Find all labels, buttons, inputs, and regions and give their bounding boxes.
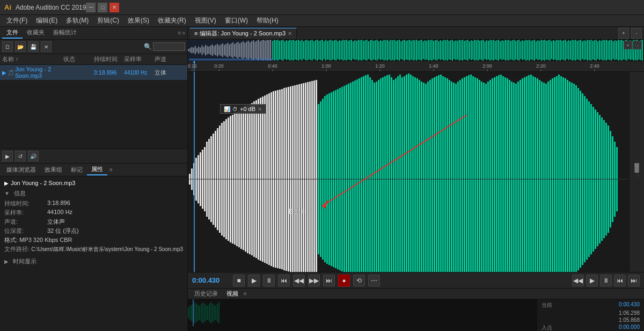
tab-history[interactable]: 历史记录 (190, 289, 222, 299)
menu-effects[interactable]: 效果(S) (123, 15, 153, 26)
waveform-overview[interactable]: + - (188, 40, 644, 61)
stop-button[interactable]: ■ (233, 275, 245, 286)
svg-rect-252 (618, 40, 619, 61)
props-menu-icon[interactable]: ≡ (109, 167, 113, 173)
minimize-button[interactable]: ─ (86, 3, 96, 12)
svg-rect-210 (546, 41, 547, 60)
skip-fwd-button[interactable]: ⏭ (323, 275, 335, 286)
overview-zoom-in[interactable]: + (624, 41, 632, 49)
loop-button[interactable]: ⟲ (353, 275, 365, 286)
search-box: 🔍 (144, 42, 185, 51)
panel-expand-icon[interactable]: » (182, 30, 185, 36)
maximize-button[interactable]: □ (98, 3, 107, 12)
svg-rect-150 (443, 40, 444, 61)
tab-video[interactable]: 视频 (222, 289, 243, 299)
bit-depth-row: 位深度: 32 位 (浮点) (4, 227, 183, 235)
tab-close-icon[interactable]: ✕ (288, 31, 292, 36)
editor-tab-main[interactable]: ≡ 编辑器: Jon Young - 2 Soon.mp3 ✕ (190, 28, 297, 39)
svg-rect-457 (541, 82, 543, 272)
svg-rect-224 (570, 41, 571, 60)
save-file-button[interactable]: 💾 (28, 41, 39, 52)
tab-file[interactable]: 文件 (2, 27, 23, 39)
waveform-canvas[interactable]: 📊 ⏱ +0 dB ✕ Ed = (188, 72, 629, 272)
play-button[interactable]: ▶ (248, 275, 260, 286)
svg-rect-428 (479, 80, 480, 272)
timeline-bottom[interactable] (188, 299, 537, 331)
menu-help[interactable]: 帮助(H) (252, 15, 283, 26)
menu-clip[interactable]: 剪辑(C) (93, 15, 123, 26)
sample-rate-row: 采样率: 44100 Hz (4, 209, 183, 217)
svg-rect-203 (534, 40, 535, 61)
zoom-out-button[interactable]: - (631, 28, 642, 39)
arrow-icon: ▶ (4, 180, 9, 186)
svg-rect-387 (391, 77, 392, 272)
svg-rect-422 (466, 76, 467, 272)
path-row: 文件路径: C:\Users\陈晖.\Music\虾米音乐\system\Jon… (4, 245, 183, 253)
info-section-title[interactable]: ▼ 信息 (4, 189, 183, 197)
loop-preview-button[interactable]: ↺ (15, 151, 26, 161)
svg-rect-57 (284, 41, 286, 59)
pb-play2-button[interactable]: ▶ (586, 275, 598, 286)
new-file-button[interactable]: 🗋 (2, 41, 13, 52)
speaker-button[interactable]: 🔊 (28, 151, 39, 161)
svg-rect-508 (204, 304, 205, 322)
svg-rect-461 (550, 80, 551, 272)
svg-rect-115 (383, 40, 384, 61)
close-file-button[interactable]: ✕ (41, 41, 52, 52)
svg-rect-209 (544, 40, 545, 61)
forward-button[interactable]: ▶▶ (308, 275, 320, 286)
file-item[interactable]: ▶ 🎵 Jon Young - 2 Soon.mp3 3:18.896 4410… (0, 65, 187, 80)
menu-edit[interactable]: 编辑(E) (32, 15, 62, 26)
svg-rect-446 (517, 82, 519, 272)
tab-markers[interactable]: 标记 (67, 165, 87, 175)
svg-rect-114 (382, 41, 383, 60)
pb-skip-back2-button[interactable]: ⏮ (614, 275, 626, 286)
svg-rect-60 (289, 40, 290, 61)
play-preview-button[interactable]: ▶ (2, 151, 13, 161)
gain-close-icon[interactable]: ✕ (258, 106, 262, 112)
svg-rect-104 (364, 40, 365, 60)
svg-rect-212 (550, 40, 551, 61)
pb-skip-fwd2-button[interactable]: ⏭ (628, 275, 640, 286)
svg-rect-406 (431, 78, 433, 272)
overview-zoom-out[interactable]: - (633, 41, 642, 49)
svg-rect-144 (433, 41, 434, 60)
svg-rect-185 (503, 41, 504, 60)
video-menu-icon[interactable]: ≡ (244, 291, 247, 297)
tab-properties[interactable]: 属性 (87, 164, 107, 175)
svg-rect-223 (568, 40, 569, 60)
pb-back2-button[interactable]: ◀◀ (572, 275, 584, 286)
menu-favorites[interactable]: 收藏夹(R) (153, 15, 191, 26)
svg-rect-434 (492, 78, 493, 272)
menu-file[interactable]: 文件(F) (2, 15, 32, 26)
record-button[interactable]: ● (338, 275, 350, 286)
open-file-button[interactable]: 📂 (15, 41, 26, 52)
svg-rect-164 (467, 40, 469, 61)
menu-window[interactable]: 窗口(W) (221, 15, 252, 26)
time-section-title[interactable]: ▶ 时间显示 (4, 258, 183, 266)
svg-rect-498 (188, 307, 189, 318)
menu-multitrack[interactable]: 多轨(M) (62, 15, 93, 26)
svg-rect-66 (299, 41, 301, 60)
pb-pause2-button[interactable]: ⏸ (600, 275, 612, 286)
svg-rect-436 (496, 76, 497, 272)
pause-button[interactable]: ⏸ (263, 275, 275, 286)
skip-back-button[interactable]: ⏮ (278, 275, 290, 286)
tab-amplitude[interactable]: 振幅统计 (49, 27, 81, 39)
tab-media-browser[interactable]: 媒体浏览器 (2, 165, 40, 175)
svg-rect-174 (485, 41, 486, 59)
svg-rect-110 (375, 40, 376, 60)
search-input[interactable] (153, 42, 185, 51)
svg-rect-372 (358, 78, 360, 272)
waveform-main-area[interactable]: 📊 ⏱ +0 dB ✕ Ed = -3 -6 -12 -18 dB -18 -1… (188, 72, 644, 272)
tab-favorites[interactable]: 收藏夹 (23, 27, 49, 39)
back-button[interactable]: ◀◀ (293, 275, 305, 286)
zoom-in-button[interactable]: + (618, 28, 629, 39)
close-button[interactable]: ✕ (109, 3, 119, 12)
menu-view[interactable]: 视图(V) (191, 15, 221, 26)
tab-effects[interactable]: 效果组 (40, 165, 67, 175)
svg-rect-184 (501, 40, 502, 60)
panel-menu-icon[interactable]: ≡ (178, 30, 181, 36)
more-button[interactable]: ⋯ (368, 275, 380, 286)
overview-svg (188, 40, 644, 61)
